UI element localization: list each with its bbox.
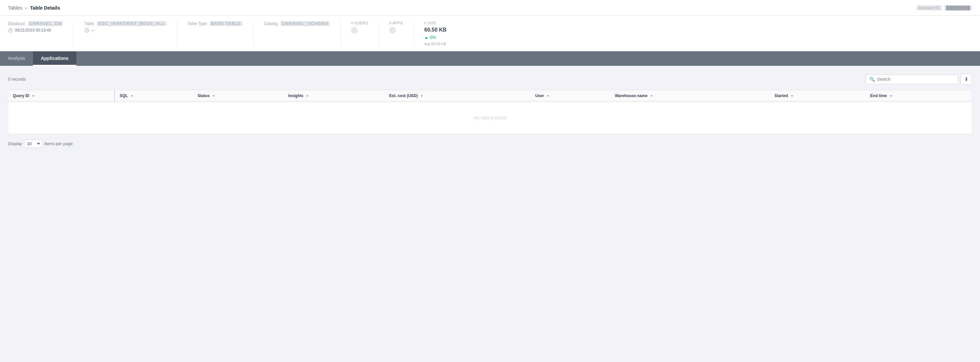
col-end-time-label: End time [870,94,887,98]
col-status[interactable]: Status ▼ [193,90,283,102]
meta-database-row: Database: UNRAVEL_DB [8,21,63,26]
sort-icon-status: ▼ [212,94,215,98]
clock-value: 06/21/2023 00:13:40 [15,28,51,33]
search-box[interactable]: 🔍 [866,75,958,84]
clock-value-2: -- [91,28,94,33]
breadcrumb: Tables » Table Details [8,5,60,11]
data-table: Query ID ▼ SQL ▼ Status ▼ Insights ▼ [8,90,972,134]
col-user[interactable]: User ▼ [530,90,610,102]
download-icon: ⬇ [964,76,969,82]
users-count-circle [351,27,368,35]
sort-icon-sql: ▼ [130,94,134,98]
catalog-label: Catalog: [264,21,278,26]
table-header: Query ID ▼ SQL ▼ Status ▼ Insights ▼ [8,90,972,102]
apps-label: # APPS [389,21,403,25]
col-started-label: Started [775,94,788,98]
meta-catalog: Catalog: UNRAVEL_SCHEMA [264,21,340,46]
database-label: Database: [8,21,26,26]
table-value: EDC_INPATIENT_BEDS_ALL [97,21,166,26]
tabs-bar: Analysis Applications [0,51,980,66]
col-est-cost[interactable]: Est. cost (USD) ▼ [385,90,530,102]
tab-applications[interactable]: Applications [33,51,76,66]
meta-size: # SIZE 60.50 KB ▲ 0% avg 60.50 KB [425,21,457,46]
search-input[interactable] [877,77,954,82]
clock-icon: 🕐 [8,28,13,33]
meta-table: Table: EDC_INPATIENT_BEDS_ALL 🕐 -- [84,21,177,46]
items-per-page-label: items per page [45,141,73,146]
table-label: Table: [84,21,95,26]
table-body: No data present [8,102,972,134]
sort-icon-user: ▼ [546,94,550,98]
size-value: 60.50 KB [425,27,447,33]
tab-analysis[interactable]: Analysis [0,51,33,66]
col-warehouse-name-label: Warehouse name [615,94,648,98]
col-insights[interactable]: Insights ▼ [283,90,385,102]
col-sql[interactable]: SQL ▼ [115,90,193,102]
col-est-cost-label: Est. cost (USD) [389,94,418,98]
col-query-id[interactable]: Query ID ▼ [8,90,115,102]
pagination-bar: Display 10 25 50 100 items per page [8,140,972,148]
download-button[interactable]: ⬇ [961,74,972,84]
users-label: # USERS [351,21,368,25]
size-avg: avg 60.50 KB [425,42,447,46]
up-arrow-icon: ▲ [425,35,429,40]
items-per-page-select[interactable]: 10 25 50 100 [24,140,43,148]
main-content: 0 records 🔍 ⬇ Query ID ▼ SQL [0,66,980,156]
search-icon: 🔍 [869,77,875,82]
breadcrumb-separator: » [25,5,27,11]
meta-apps: # APPS [389,21,414,46]
meta-users: # USERS [351,21,379,46]
breadcrumb-tables[interactable]: Tables [8,5,22,11]
sort-icon-query-id: ▼ [32,94,35,98]
sort-icon-warehouse-name: ▼ [650,94,653,98]
meta-end-row: 🕐 -- [84,28,166,33]
breadcrumb-current: Table Details [30,5,60,11]
sort-icon-est-cost: ▼ [420,94,423,98]
sort-icon-insights: ▼ [306,94,309,98]
account-label: Account ID [916,5,942,11]
account-info: Account ID ████████ [915,6,972,10]
meta-time-row: 🕐 06/21/2023 00:13:40 [8,28,63,33]
col-query-id-label: Query ID [13,94,29,98]
table-type-label: Table Type: [188,21,208,26]
size-change: ▲ 0% [425,35,447,40]
sort-icon-end-time: ▼ [889,94,893,98]
display-label: Display [8,141,22,146]
meta-database: Database: UNRAVEL_DB 🕐 06/21/2023 00:13:… [8,21,74,46]
apps-count-circle [389,27,403,35]
data-table-wrapper: Query ID ▼ SQL ▼ Status ▼ Insights ▼ [8,90,972,134]
sort-icon-started: ▼ [790,94,794,98]
account-id: ████████ [944,5,972,11]
records-count: 0 records [8,77,26,82]
database-value: UNRAVEL_DB [28,21,63,26]
meta-table-row: Table: EDC_INPATIENT_BEDS_ALL [84,21,166,26]
tab-applications-label: Applications [41,56,68,61]
no-data-message: No data present [8,102,972,134]
toolbar-right: 🔍 ⬇ [866,74,972,84]
top-bar: Tables » Table Details Account ID ██████… [0,0,980,16]
meta-catalog-row: Catalog: UNRAVEL_SCHEMA [264,21,329,26]
col-started[interactable]: Started ▼ [770,90,866,102]
col-end-time[interactable]: End time ▼ [866,90,972,102]
col-sql-label: SQL [119,94,127,98]
col-insights-label: Insights [288,94,303,98]
col-user-label: User [535,94,544,98]
meta-tabletype-row: Table Type: BASE TABLE [188,21,242,26]
meta-table-type: Table Type: BASE TABLE [188,21,253,46]
catalog-value: UNRAVEL_SCHEMA [280,21,330,26]
tab-analysis-label: Analysis [8,56,25,61]
size-change-value: 0% [430,35,436,40]
size-label: # SIZE [425,21,447,25]
col-status-label: Status [197,94,210,98]
no-data-row: No data present [8,102,972,134]
table-type-value: BASE TABLE [210,21,242,26]
clock-icon-2: 🕐 [84,28,89,33]
col-warehouse-name[interactable]: Warehouse name ▼ [610,90,770,102]
display-select: Display 10 25 50 100 items per page [8,140,73,148]
table-toolbar: 0 records 🔍 ⬇ [8,74,972,84]
metadata-section: Database: UNRAVEL_DB 🕐 06/21/2023 00:13:… [0,16,980,51]
